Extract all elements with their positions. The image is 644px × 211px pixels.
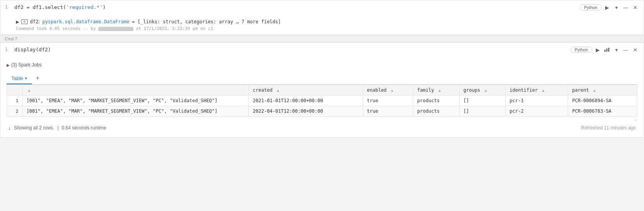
- cell-2-close-icon[interactable]: ✕: [631, 46, 639, 54]
- svg-rect-0: [604, 50, 606, 52]
- data-table: ▲ created ▲ enabled ▲ family ▲: [7, 85, 637, 117]
- row-1-parent: PCR-0006894-SA: [568, 96, 637, 106]
- cell-1-output: ▶ ⊞ df2: pyspark.sql.dataframe.DataFrame…: [0, 17, 644, 34]
- row-1-enabled: true: [363, 96, 413, 106]
- output-text: df2: pyspark.sql.dataframe.DataFrame = […: [30, 19, 281, 24]
- run-icon[interactable]: ▶: [603, 3, 611, 11]
- created-sort-icon: ▲: [277, 88, 279, 92]
- row-1-created: 2021-01-01T12:00:00+00:00: [249, 96, 363, 106]
- row-2-groups: []: [459, 106, 506, 117]
- identifier-sort-icon: ▲: [542, 88, 544, 92]
- row-2-categories: ]001", "EMEA", "MAR", "MARKET_SEGMENT_VI…: [23, 106, 249, 117]
- row-2-identifier: pcr-2: [506, 106, 568, 117]
- enabled-sort-icon: ▲: [391, 88, 393, 92]
- col-header-enabled[interactable]: enabled ▲: [363, 85, 413, 96]
- table-row: 1 ]001", "EMEA", "MAR", "MARKET_SEGMENT_…: [7, 96, 637, 106]
- table-tab-chevron[interactable]: ▾: [25, 76, 27, 81]
- expand-arrow[interactable]: ▶: [16, 19, 19, 24]
- output-result: ▶ ⊞ df2: pyspark.sql.dataframe.DataFrame…: [16, 19, 637, 24]
- cell-2: 1 display(df2) Python ▶ ▾ — ✕ ▶ (3) Spar…: [0, 42, 644, 138]
- cell-1: 1 df2 = df1.select('required.*') Python …: [0, 0, 644, 35]
- row-2-enabled: true: [363, 106, 413, 117]
- svg-rect-2: [608, 48, 609, 52]
- cell-1-number: 1: [5, 3, 14, 10]
- groups-sort-icon: ▲: [485, 88, 487, 92]
- table-tab-label: Table: [11, 75, 23, 81]
- showing-rows: Showing all 2 rows.: [14, 125, 54, 131]
- cell-2-chevron-down-icon[interactable]: ▾: [612, 46, 620, 54]
- cell-2-number: 1: [5, 46, 14, 52]
- scrollbar-corner: ⌟: [7, 117, 637, 122]
- language-badge: Python: [580, 4, 602, 10]
- spark-jobs-label: (3) Spark Jobs: [11, 62, 42, 68]
- spark-jobs[interactable]: ▶ (3) Spark Jobs: [0, 60, 644, 70]
- col-header-created[interactable]: created ▲: [249, 85, 363, 96]
- row-2-parent: PCR-0006783-SA: [568, 106, 637, 117]
- cell-2-chart-icon[interactable]: [603, 46, 611, 54]
- display-code-text: display(df2): [14, 47, 51, 52]
- row-1-family: products: [413, 96, 459, 106]
- cmd-label: Cmd 7: [0, 35, 644, 42]
- table-footer: ↓ Showing all 2 rows. | 0.64 seconds run…: [7, 122, 637, 131]
- col-header-rownum: [7, 85, 23, 96]
- table-container: Table ▾ + ▲ created ▲ enabled: [0, 70, 644, 137]
- row-1-num: 1: [7, 96, 23, 106]
- row-1-identifier: pcr-1: [506, 96, 568, 106]
- table-row: 2 ]001", "EMEA", "MAR", "MARKET_SEGMENT_…: [7, 106, 637, 117]
- table-tabs: Table ▾ +: [7, 70, 637, 85]
- col-header-groups[interactable]: groups ▲: [459, 85, 506, 96]
- dataframe-icon: ⊞: [21, 19, 28, 24]
- add-tab-button[interactable]: +: [32, 72, 43, 84]
- table-tab[interactable]: Table ▾: [7, 73, 32, 84]
- sort-icon: ▲: [28, 88, 30, 92]
- code-text: df2 = df1.select('required.*'): [14, 4, 106, 10]
- row-1-categories: ]001", "EMEA", "MAR", "MARKET_SEGMENT_VI…: [23, 96, 249, 106]
- chevron-down-icon[interactable]: ▾: [612, 3, 620, 11]
- family-sort-icon: ▲: [438, 88, 441, 92]
- cell-1-editor: 1 df2 = df1.select('required.*') Python …: [0, 0, 644, 17]
- col-header-categories[interactable]: ▲: [23, 85, 249, 96]
- runtime: 0.64 seconds runtime: [62, 125, 107, 131]
- parent-sort-icon: ▲: [593, 88, 596, 92]
- download-icon[interactable]: ↓: [8, 125, 11, 131]
- redacted-user: [98, 27, 133, 31]
- command-info: Command took 0.05 seconds -- by at 17/1/…: [16, 26, 637, 31]
- svg-rect-1: [606, 49, 607, 52]
- cell-2-editor: 1 display(df2) Python ▶ ▾ — ✕: [0, 43, 644, 60]
- cell-2-run-icon[interactable]: ▶: [594, 46, 602, 54]
- col-header-parent[interactable]: parent ▲: [568, 85, 637, 96]
- row-2-family: products: [413, 106, 459, 117]
- row-1-groups: []: [459, 96, 506, 106]
- row-2-created: 2022-04-01T12:00:00+00:00: [249, 106, 363, 117]
- col-header-identifier[interactable]: identifier ▲: [506, 85, 568, 96]
- cell-1-toolbar: Python ▶ ▾ — ✕: [580, 3, 639, 11]
- cell-1-code[interactable]: df2 = df1.select('required.*'): [14, 3, 639, 10]
- footer-left: ↓ Showing all 2 rows. | 0.64 seconds run…: [8, 125, 106, 131]
- footer-separator: |: [57, 125, 58, 131]
- col-header-family[interactable]: family ▲: [413, 85, 459, 96]
- cell-2-code[interactable]: display(df2): [14, 46, 639, 52]
- spark-jobs-arrow: ▶: [7, 63, 10, 67]
- row-2-num: 2: [7, 106, 23, 117]
- close-icon[interactable]: ✕: [631, 3, 639, 11]
- minimize-icon[interactable]: —: [622, 3, 630, 11]
- cell-2-language-badge: Python: [570, 47, 592, 53]
- table-header-row: ▲ created ▲ enabled ▲ family ▲: [7, 85, 637, 96]
- cell-2-toolbar: Python ▶ ▾ — ✕: [570, 46, 639, 54]
- cell-2-minimize-icon[interactable]: —: [622, 46, 630, 54]
- refreshed-info: Refreshed 11 minutes ago: [581, 125, 636, 131]
